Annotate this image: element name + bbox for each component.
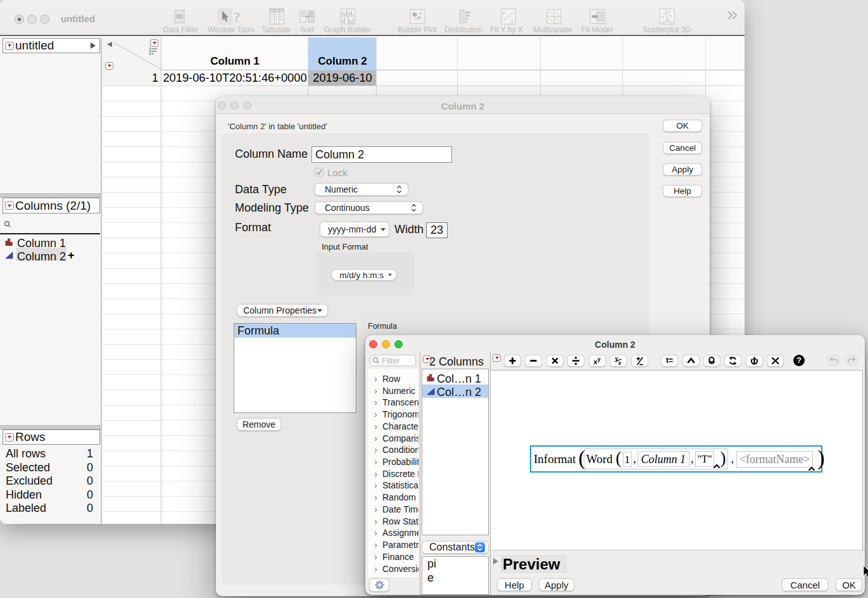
svg-text:x: x [619, 359, 622, 366]
